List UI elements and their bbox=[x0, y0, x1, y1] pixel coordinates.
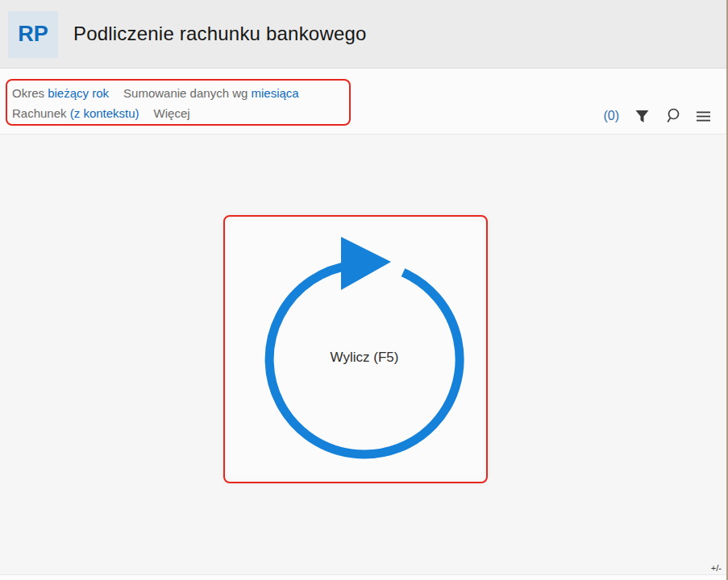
menu-row-1: Okres bieżący rokSumowanie danych wg mie… bbox=[12, 83, 349, 103]
plus-minus-indicator: +/- bbox=[711, 563, 722, 573]
record-type-badge: RP bbox=[8, 11, 58, 58]
menu-highlight-annotation: Okres bieżący rokSumowanie danych wg mie… bbox=[6, 79, 351, 126]
ribbon-icon-group: (0) bbox=[603, 108, 710, 124]
hamburger-menu-icon[interactable] bbox=[697, 110, 710, 122]
menu-row-2: Rachunek (z kontekstu)Więcej bbox=[12, 103, 349, 123]
rachunek-label: Rachunek bbox=[12, 106, 67, 120]
filter-icon[interactable] bbox=[634, 109, 650, 124]
menu-item-okres[interactable]: Okres bieżący rok bbox=[12, 86, 109, 100]
okres-value: bieżący rok bbox=[48, 86, 109, 100]
record-type-badge-text: RP bbox=[18, 22, 48, 47]
rachunek-value: (z kontekstu) bbox=[70, 106, 139, 120]
sumowanie-value: miesiąca bbox=[252, 86, 299, 100]
menu-item-rachunek[interactable]: Rachunek (z kontekstu) bbox=[12, 106, 139, 120]
run-button-label: Wylicz (F5) bbox=[331, 350, 399, 366]
action-bar: Okres bieżący rokSumowanie danych wg mie… bbox=[0, 69, 726, 135]
app-window: RP Podliczenie rachunku bankowego Okres … bbox=[0, 0, 728, 580]
sumowanie-label: Sumowanie danych wg bbox=[123, 86, 248, 100]
run-button[interactable]: Wylicz (F5) bbox=[223, 215, 488, 483]
menu-item-wiecej[interactable]: Więcej bbox=[154, 106, 190, 120]
page-title: Podliczenie rachunku bankowego bbox=[73, 23, 367, 45]
search-icon[interactable] bbox=[665, 108, 681, 124]
wiecej-label: Więcej bbox=[154, 106, 190, 120]
bottom-strip bbox=[0, 574, 726, 580]
menu-item-sumowanie[interactable]: Sumowanie danych wg miesiąca bbox=[123, 86, 299, 100]
okres-label: Okres bbox=[12, 86, 44, 100]
content-area: Wylicz (F5) +/- bbox=[0, 135, 726, 574]
filter-count: (0) bbox=[603, 109, 619, 123]
page-header: RP Podliczenie rachunku bankowego bbox=[0, 0, 726, 68]
